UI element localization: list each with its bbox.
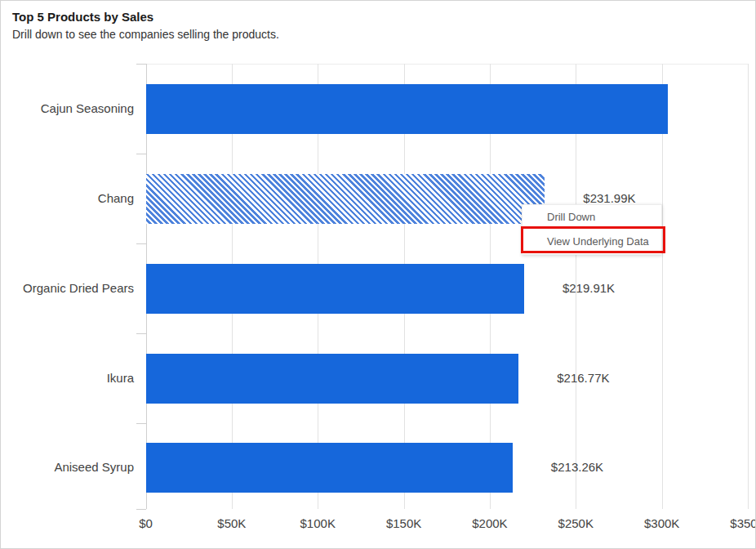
x-tick-label: $100K	[281, 516, 354, 530]
x-tick-label: $150K	[367, 516, 441, 530]
category-axis-tick	[136, 64, 146, 65]
gridline	[748, 64, 749, 509]
category-axis-tick	[136, 509, 146, 510]
x-tick-label: $350K	[711, 516, 756, 530]
value-label: $213.26K	[551, 459, 603, 475]
bar-chang[interactable]	[146, 174, 545, 224]
chart-screenshot: Top 5 Products by Sales Drill down to se…	[0, 0, 756, 549]
bar-cajun-seasoning[interactable]	[146, 84, 668, 134]
category-label: Cajun Seasoning	[1, 100, 134, 117]
x-tick-label: $50K	[195, 516, 269, 530]
highlight-annotation-box	[521, 226, 665, 253]
category-axis-tick	[136, 154, 146, 154]
category-label: Organic Dried Pears	[1, 280, 134, 297]
category-label: Ikura	[1, 370, 134, 386]
category-axis-tick	[136, 423, 146, 424]
x-tick-label: $300K	[625, 516, 699, 530]
x-tick-label: $0	[109, 516, 183, 530]
category-axis-tick	[136, 243, 146, 244]
x-tick-label: $200K	[453, 516, 527, 530]
page-subtitle: Drill down to see the companies selling …	[12, 28, 279, 41]
category-label: Chang	[1, 190, 134, 207]
page-title: Top 5 Products by Sales	[12, 10, 153, 24]
value-label: $216.77K	[557, 370, 609, 386]
value-label: $219.91K	[563, 280, 615, 297]
x-tick-label: $250K	[539, 516, 612, 530]
bar-ikura[interactable]	[146, 354, 519, 404]
category-axis-tick	[136, 333, 146, 334]
bar-aniseed-syrup[interactable]	[146, 443, 513, 493]
category-label: Aniseed Syrup	[1, 459, 134, 475]
bar-organic-dried-pears[interactable]	[146, 264, 524, 314]
plot-top-border	[136, 64, 749, 65]
